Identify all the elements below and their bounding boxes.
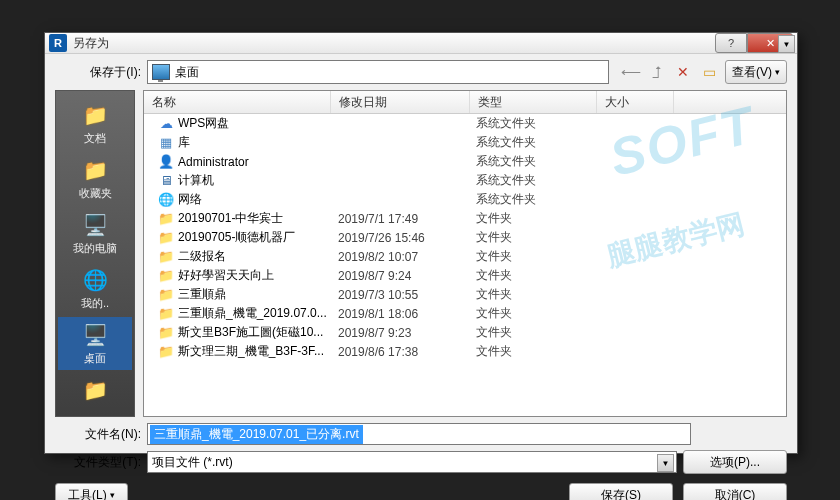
file-type: 文件夹 (468, 324, 594, 341)
folder-icon: 📁 (79, 101, 111, 129)
file-name: 库 (178, 134, 190, 151)
sidebar-item-mycomputer[interactable]: 🖥️ 我的电脑 (58, 207, 132, 260)
back-icon[interactable]: ⟵ (621, 62, 641, 82)
file-date: 2019/8/1 18:06 (330, 307, 468, 321)
folder-icon: 📁 (158, 230, 174, 246)
file-date: 2019/8/6 17:38 (330, 345, 468, 359)
user-icon: 👤 (158, 154, 174, 170)
chevron-down-icon[interactable]: ▼ (657, 454, 674, 472)
file-row[interactable]: 📁三重順鼎2019/7/3 10:55文件夹 (144, 285, 786, 304)
lib-icon: ▦ (158, 135, 174, 151)
filetype-combo[interactable]: 项目文件 (*.rvt) ▼ (147, 451, 677, 473)
file-name: 计算机 (178, 172, 214, 189)
file-name: WPS网盘 (178, 115, 229, 132)
file-name: 20190705-顺德机器厂 (178, 229, 295, 246)
file-date: 2019/8/2 10:07 (330, 250, 468, 264)
location-toolbar: ⟵ ⮥ ✕ ▭ 查看(V) ▾ (621, 60, 787, 84)
file-type: 文件夹 (468, 286, 594, 303)
file-name: 20190701-中华宾士 (178, 210, 283, 227)
folder-icon: 📁 (158, 249, 174, 265)
col-date[interactable]: 修改日期 (331, 91, 470, 113)
sidebar-item-more[interactable]: 📁 (58, 372, 132, 410)
save-button[interactable]: 保存(S) (569, 483, 673, 500)
pc-icon: 🖥 (158, 173, 174, 189)
tools-button[interactable]: 工具(L) ▾ (55, 483, 128, 500)
file-name: 斯文理三期_機電_B3F-3F... (178, 343, 324, 360)
delete-icon[interactable]: ✕ (673, 62, 693, 82)
file-name: 三重順鼎 (178, 286, 226, 303)
location-combo[interactable]: 桌面 ▼ (147, 60, 609, 84)
file-row[interactable]: ☁WPS网盘系统文件夹 (144, 114, 786, 133)
file-date: 2019/7/1 17:49 (330, 212, 468, 226)
file-row[interactable]: 📁好好學習天天向上2019/8/7 9:24文件夹 (144, 266, 786, 285)
file-type: 文件夹 (468, 248, 594, 265)
dialog-body: 保存于(I): 桌面 ▼ ⟵ ⮥ ✕ ▭ 查看(V) ▾ 📁 (45, 54, 797, 500)
tools-label: 工具(L) (68, 487, 107, 501)
file-type: 文件夹 (468, 267, 594, 284)
app-icon: R (49, 34, 67, 52)
file-row[interactable]: 📁三重順鼎_機電_2019.07.0...2019/8/1 18:06文件夹 (144, 304, 786, 323)
file-name: 二级报名 (178, 248, 226, 265)
view-label: 查看(V) (732, 64, 772, 81)
file-row[interactable]: 🌐网络系统文件夹 (144, 190, 786, 209)
folder-icon: 📁 (158, 344, 174, 360)
file-row[interactable]: 📁斯文理三期_機電_B3F-3F...2019/8/6 17:38文件夹 (144, 342, 786, 361)
file-type: 系统文件夹 (468, 172, 594, 189)
file-name: 好好學習天天向上 (178, 267, 274, 284)
file-name: 三重順鼎_機電_2019.07.0... (178, 305, 327, 322)
file-row[interactable]: 🖥计算机系统文件夹 (144, 171, 786, 190)
file-row[interactable]: 📁20190701-中华宾士2019/7/1 17:49文件夹 (144, 209, 786, 228)
folder-icon: 📁 (158, 211, 174, 227)
sidebar-item-label: 我的.. (81, 296, 109, 311)
folder-icon: 📁 (158, 287, 174, 303)
options-label: 选项(P)... (710, 454, 760, 471)
filename-input[interactable]: 三重順鼎_機電_2019.07.01_已分离.rvt ▼ (147, 423, 691, 445)
up-icon[interactable]: ⮥ (647, 62, 667, 82)
sidebar-item-favorites[interactable]: 📁 收藏夹 (58, 152, 132, 205)
save-label: 保存(S) (601, 487, 641, 501)
bottom-area: 文件名(N): 三重順鼎_機電_2019.07.01_已分离.rvt ▼ 文件类… (55, 423, 787, 500)
view-button[interactable]: 查看(V) ▾ (725, 60, 787, 84)
col-type[interactable]: 类型 (470, 91, 597, 113)
filename-label: 文件名(N): (55, 426, 141, 443)
file-list-header: 名称 修改日期 类型 大小 (144, 91, 786, 114)
file-row[interactable]: 📁20190705-顺德机器厂2019/7/26 15:46文件夹 (144, 228, 786, 247)
col-size[interactable]: 大小 (597, 91, 674, 113)
file-type: 文件夹 (468, 229, 594, 246)
file-date: 2019/7/3 10:55 (330, 288, 468, 302)
file-list-body[interactable]: ☁WPS网盘系统文件夹▦库系统文件夹👤Administrator系统文件夹🖥计算… (144, 114, 786, 416)
desktop-icon (152, 64, 170, 80)
favorites-icon: 📁 (79, 156, 111, 184)
new-folder-icon[interactable]: ▭ (699, 62, 719, 82)
file-date: 2019/8/7 9:23 (330, 326, 468, 340)
file-row[interactable]: ▦库系统文件夹 (144, 133, 786, 152)
chevron-down-icon: ▾ (110, 490, 115, 500)
help-button[interactable]: ? (715, 33, 747, 53)
network-icon: 🌐 (79, 266, 111, 294)
file-type: 文件夹 (468, 210, 594, 227)
file-row[interactable]: 👤Administrator系统文件夹 (144, 152, 786, 171)
col-name[interactable]: 名称 (144, 91, 331, 113)
save-in-label: 保存于(I): (55, 64, 141, 81)
cloud-icon: ☁ (158, 116, 174, 132)
file-type: 文件夹 (468, 305, 594, 322)
file-date: 2019/8/7 9:24 (330, 269, 468, 283)
options-button[interactable]: 选项(P)... (683, 450, 787, 474)
file-type: 系统文件夹 (468, 115, 594, 132)
sidebar-item-desktop[interactable]: 🖥️ 桌面 (58, 317, 132, 370)
file-type: 文件夹 (468, 343, 594, 360)
folder-icon: 📁 (158, 325, 174, 341)
cancel-button[interactable]: 取消(C) (683, 483, 787, 500)
file-row[interactable]: 📁二级报名2019/8/2 10:07文件夹 (144, 247, 786, 266)
file-type: 系统文件夹 (468, 191, 594, 208)
location-row: 保存于(I): 桌面 ▼ ⟵ ⮥ ✕ ▭ 查看(V) ▾ (55, 60, 787, 84)
folder-icon: 📁 (158, 306, 174, 322)
chevron-down-icon[interactable]: ▼ (778, 35, 795, 53)
sidebar-item-network[interactable]: 🌐 我的.. (58, 262, 132, 315)
file-name: Administrator (178, 155, 249, 169)
save-as-dialog: R 另存为 ? ✕ 保存于(I): 桌面 ▼ ⟵ ⮥ ✕ ▭ 查看(V) ▾ (44, 32, 798, 454)
sidebar-item-documents[interactable]: 📁 文档 (58, 97, 132, 150)
file-row[interactable]: 📁斯文里B3F施工圖(矩磁10...2019/8/7 9:23文件夹 (144, 323, 786, 342)
sidebar-item-label: 收藏夹 (79, 186, 112, 201)
desktop-icon: 🖥️ (79, 321, 111, 349)
